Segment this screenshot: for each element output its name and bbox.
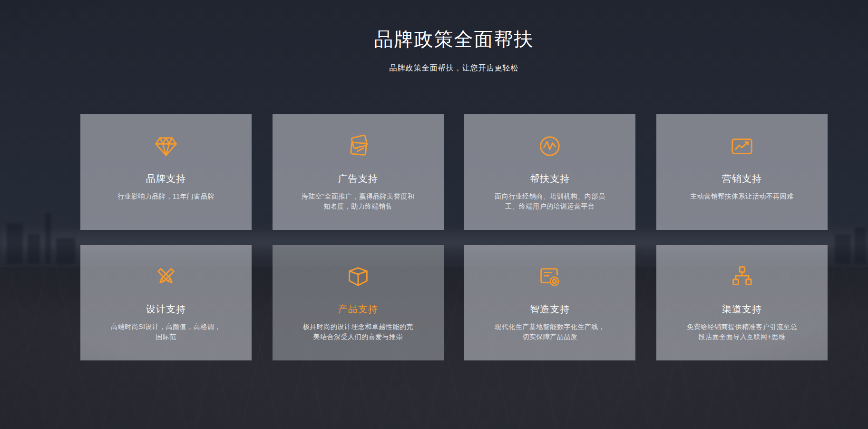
card-title: 智造支持 [464,304,635,314]
support-card-channel[interactable]: 渠道支持免费给经销商提供精准客户引流至总段店面全面导入互联网+思维 [656,245,828,360]
card-title: 品牌支持 [80,173,252,184]
support-card-design[interactable]: 设计支持高端时尚SI设计，高颜值，高格调，国际范 [80,245,252,360]
card-description: 现代化生产基地智能数字化生产线，切实保障产品品质 [491,322,608,342]
skyline-silhouette [56,238,75,264]
section-title: 品牌政策全面帮扶 [80,27,828,51]
cube-icon [345,264,371,289]
gear-doc-icon [537,264,563,289]
diamond-icon [153,133,179,159]
section-header: 品牌政策全面帮扶 品牌政策全面帮扶，让您开店更轻松 [80,27,828,73]
card-title: 广告支持 [273,173,444,184]
support-card-product[interactable]: 产品支持极具时尚的设计理念和卓越性能的完美结合深受人们的喜爱与推崇 [273,245,444,360]
ad-pages-icon [345,133,371,159]
card-description: 高端时尚SI设计，高颜值，高格调，国际范 [107,322,224,342]
card-title: 营销支持 [656,173,828,184]
support-card-manufacturing[interactable]: 智造支持现代化生产基地智能数字化生产线，切实保障产品品质 [464,245,635,360]
card-description: 行业影响力品牌，11年门窗品牌 [107,191,224,201]
card-title: 帮扶支持 [464,173,635,184]
support-card-advertising[interactable]: 广告支持海陆空”全面推广，赢得品牌美誉度和知名度，助力终端销售 [273,114,444,230]
card-title: 设计支持 [80,304,252,314]
skyline-silhouette [28,234,40,264]
section-subtitle: 品牌政策全面帮扶，让您开店更轻松 [80,63,828,73]
brand-policy-section: 品牌政策全面帮扶 品牌政策全面帮扶，让您开店更轻松 品牌支持行业影响力品牌，11… [0,0,868,429]
card-description: 海陆空”全面推广，赢得品牌美誉度和知名度，助力终端销售 [300,191,417,211]
pulse-circle-icon [537,133,563,159]
support-card-brand[interactable]: 品牌支持行业影响力品牌，11年门窗品牌 [80,114,252,230]
card-description: 面向行业经销商、培训机构、内部员工、终端用户的培训运营平台 [491,191,608,211]
skyline-silhouette [854,228,866,264]
pencil-cross-icon [153,264,179,289]
skyline-silhouette [45,213,51,264]
org-chart-icon [729,264,755,289]
card-description: 免费给经销商提供精准客户引流至总段店面全面导入互联网+思维 [683,322,800,342]
card-description: 主动营销帮扶体系让活动不再困难 [683,191,800,201]
support-cards-grid: 品牌支持行业影响力品牌，11年门窗品牌广告支持海陆空”全面推广，赢得品牌美誉度和… [80,114,828,360]
support-card-marketing[interactable]: 营销支持主动营销帮扶体系让活动不再困难 [656,114,828,230]
card-title: 产品支持 [273,304,444,314]
trend-chart-icon [729,133,755,159]
card-description: 极具时尚的设计理念和卓越性能的完美结合深受人们的喜爱与推崇 [300,322,417,342]
support-card-assistance[interactable]: 帮扶支持面向行业经销商、培训机构、内部员工、终端用户的培训运营平台 [464,114,635,230]
skyline-silhouette [7,224,23,264]
card-title: 渠道支持 [656,304,828,314]
skyline-silhouette [835,234,851,264]
